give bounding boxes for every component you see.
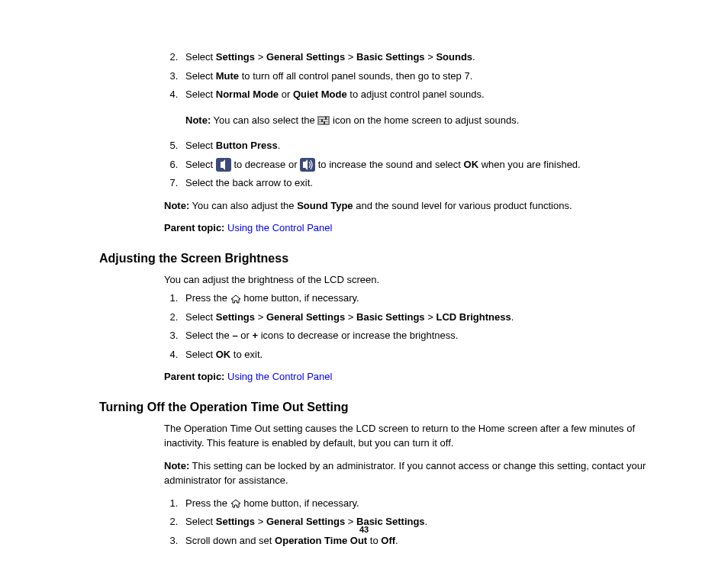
parent-topic-label: Parent topic: <box>164 371 224 382</box>
heading-adjusting-brightness: Adjusting the Screen Brightness <box>99 249 652 268</box>
parent-topic-line: Parent topic: Using the Control Panel <box>164 369 652 384</box>
text: . <box>278 140 281 151</box>
bold: Operation Time Out <box>275 535 367 546</box>
svg-rect-2 <box>319 120 328 121</box>
text: Select the back arrow to exit. <box>185 177 313 188</box>
text: to exit. <box>230 349 263 360</box>
bold: + <box>252 330 258 341</box>
svg-marker-11 <box>231 295 240 303</box>
text: Select <box>185 70 216 82</box>
section3-list: Press the home button, if necessary. Sel… <box>164 496 652 549</box>
text: icons to decrease or increase the bright… <box>258 330 458 341</box>
list-item: Select Settings > General Settings > Bas… <box>181 50 652 65</box>
svg-marker-12 <box>231 500 240 507</box>
list-item: Select OK to exit. <box>181 347 652 362</box>
speaker-decrease-icon <box>216 158 231 172</box>
bold: OK <box>464 159 479 170</box>
parent-topic-label: Parent topic: <box>164 222 224 233</box>
bold: Button Press <box>216 140 278 151</box>
note-label: Note: <box>185 114 211 126</box>
list-item: Select Button Press. <box>181 138 652 153</box>
document-page: Select Settings > General Settings > Bas… <box>0 0 728 563</box>
list-item: Select Mute to turn off all control pane… <box>181 69 652 84</box>
list-item: Select Normal Mode or Quiet Mode to adju… <box>181 87 652 127</box>
text: You can also select the <box>211 114 317 126</box>
text: home button, if necessary. <box>243 292 359 304</box>
list-item: Press the home button, if necessary. <box>181 496 652 511</box>
heading-operation-timeout: Turning Off the Operation Time Out Setti… <box>99 398 652 417</box>
svg-rect-4 <box>325 117 327 120</box>
svg-rect-5 <box>321 119 323 122</box>
section2-list: Press the home button, if necessary. Sel… <box>164 291 652 362</box>
parent-topic-link[interactable]: Using the Control Panel <box>227 222 332 233</box>
bold: – <box>232 330 237 341</box>
bold: Normal Mode <box>216 88 279 100</box>
text: to increase the sound and select <box>318 159 464 170</box>
text: and the sound level for various product … <box>353 200 572 211</box>
note-paragraph: Note: This setting can be locked by an a… <box>164 458 652 488</box>
bold: Settings <box>216 51 255 63</box>
list-item: Select the – or + icons to decrease or i… <box>181 328 652 343</box>
text: Select <box>185 88 216 100</box>
text: Select <box>185 311 216 323</box>
text: > <box>255 51 266 63</box>
bold: Basic Settings <box>356 311 425 323</box>
text: icon on the home screen to adjust sounds… <box>333 114 519 126</box>
text: to turn off all control panel sounds, th… <box>239 70 472 82</box>
main-content: Select Settings > General Settings > Bas… <box>164 50 652 548</box>
list-item: Press the home button, if necessary. <box>181 291 652 306</box>
text: . <box>511 311 514 323</box>
text: when you are finished. <box>478 159 581 170</box>
bold: Settings <box>216 311 255 323</box>
bold: General Settings <box>266 311 345 323</box>
text: to decrease or <box>234 159 300 170</box>
bold: Sound Type <box>297 200 353 211</box>
text: or <box>238 330 253 341</box>
text: Scroll down and set <box>185 535 275 546</box>
text: Select <box>185 159 216 170</box>
text: to adjust control panel sounds. <box>347 88 485 100</box>
home-icon <box>230 499 241 508</box>
bold: LCD Brightness <box>436 311 511 323</box>
text: Press the <box>185 497 230 509</box>
section1-list: Select Settings > General Settings > Bas… <box>164 50 652 191</box>
text: or <box>279 88 293 100</box>
bold: Quiet Mode <box>293 88 347 100</box>
text: > <box>345 311 356 323</box>
note-label: Note: <box>164 200 189 211</box>
note-label: Note: <box>164 460 189 471</box>
bold: Mute <box>216 70 239 82</box>
parent-topic-line: Parent topic: Using the Control Panel <box>164 220 652 236</box>
text: to <box>367 535 381 546</box>
bold: Basic Settings <box>356 51 425 63</box>
note-paragraph: Note: You can also adjust the Sound Type… <box>164 198 652 214</box>
intro-text: You can adjust the brightness of the LCD… <box>164 272 652 288</box>
text: . <box>472 51 475 63</box>
parent-topic-link[interactable]: Using the Control Panel <box>227 371 332 382</box>
home-icon <box>230 294 241 304</box>
text: Select <box>185 51 216 63</box>
text: > <box>345 51 356 63</box>
text: > <box>255 311 266 323</box>
list-item: Select Settings > General Settings > Bas… <box>181 310 652 325</box>
svg-rect-1 <box>319 117 328 119</box>
text: > <box>425 51 436 63</box>
text: Press the <box>185 292 230 304</box>
bold: Off <box>381 535 395 546</box>
speaker-increase-icon <box>300 158 315 172</box>
list-item: Select the back arrow to exit. <box>181 175 652 191</box>
svg-rect-6 <box>324 121 325 124</box>
bold: Sounds <box>436 51 472 63</box>
note-line: Note: You can also select the icon on th… <box>185 113 652 128</box>
sound-sliders-icon <box>317 116 330 125</box>
list-item: Select to decrease or to increase the so… <box>181 157 652 172</box>
text: . <box>395 535 398 546</box>
text: > <box>425 311 436 323</box>
page-number: 43 <box>0 523 728 536</box>
text: Select the <box>185 330 232 341</box>
text: Select <box>185 140 216 151</box>
intro-text: The Operation Time Out setting causes th… <box>164 421 652 451</box>
bold: General Settings <box>266 51 345 63</box>
text: This setting can be locked by an adminis… <box>164 460 646 487</box>
text: home button, if necessary. <box>243 497 359 509</box>
